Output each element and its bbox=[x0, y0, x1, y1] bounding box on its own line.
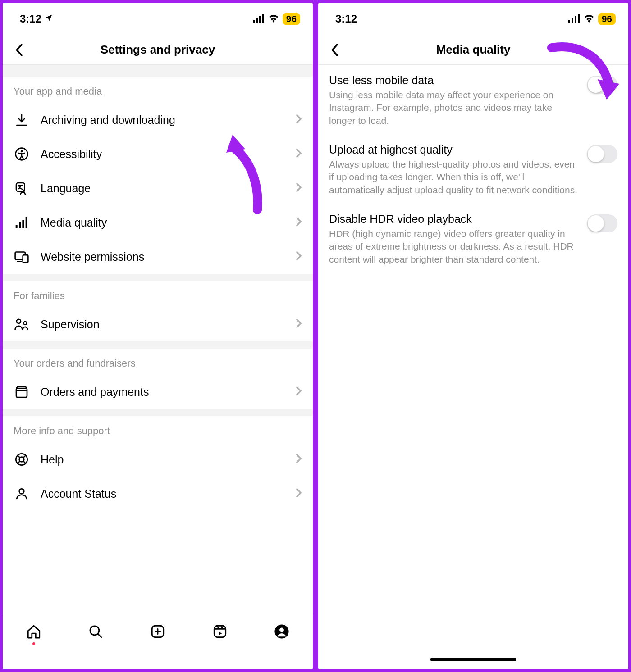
wifi-icon bbox=[268, 13, 279, 25]
location-icon bbox=[44, 13, 53, 25]
wifi-icon bbox=[584, 13, 594, 25]
status-time: 3:12 bbox=[20, 13, 41, 25]
toggle-use-less-data[interactable] bbox=[587, 76, 617, 94]
download-icon bbox=[14, 112, 30, 128]
tab-home[interactable] bbox=[23, 621, 45, 642]
toggle-title: Use less mobile data bbox=[329, 74, 579, 87]
cellular-icon bbox=[568, 13, 580, 25]
settings-content: Your app and media Archiving and downloa… bbox=[3, 65, 313, 613]
row-orders[interactable]: Orders and payments bbox=[3, 375, 313, 409]
section-header-families: For families bbox=[3, 281, 313, 307]
status-bar: 3:12 96 bbox=[3, 3, 313, 35]
tab-search[interactable] bbox=[85, 621, 106, 642]
nav-header: Media quality bbox=[318, 35, 628, 65]
section-header-app-media: Your app and media bbox=[3, 77, 313, 103]
svg-point-14 bbox=[17, 319, 21, 323]
cellular-bars-icon bbox=[14, 214, 30, 231]
battery-badge: 96 bbox=[598, 13, 616, 25]
chevron-right-icon bbox=[296, 114, 302, 126]
nav-header: Settings and privacy bbox=[3, 35, 313, 65]
toggle-row-upload-highest: Upload at highest quality Always upload … bbox=[318, 134, 628, 204]
status-time: 3:12 bbox=[335, 13, 357, 25]
svg-rect-8 bbox=[19, 222, 21, 228]
devices-icon bbox=[14, 249, 30, 265]
chevron-right-icon bbox=[296, 386, 302, 398]
svg-point-30 bbox=[279, 627, 284, 632]
svg-point-18 bbox=[19, 457, 24, 462]
chevron-right-icon bbox=[296, 217, 302, 228]
svg-rect-2 bbox=[259, 16, 261, 23]
row-accessibility[interactable]: Accessibility bbox=[3, 137, 313, 171]
toggle-title: Disable HDR video playback bbox=[329, 213, 579, 226]
chevron-right-icon bbox=[296, 251, 302, 263]
svg-rect-31 bbox=[568, 20, 570, 23]
svg-rect-25 bbox=[214, 626, 226, 637]
back-button[interactable] bbox=[11, 42, 27, 58]
status-bar: 3:12 96 bbox=[318, 3, 628, 35]
svg-rect-32 bbox=[572, 18, 573, 23]
toggle-row-use-less-data: Use less mobile data Using less mobile d… bbox=[318, 65, 628, 134]
svg-point-5 bbox=[21, 150, 23, 153]
supervision-icon bbox=[14, 316, 30, 332]
toggle-row-disable-hdr: Disable HDR video playback HDR (high dyn… bbox=[318, 204, 628, 273]
language-icon bbox=[14, 180, 30, 196]
help-icon bbox=[14, 451, 30, 468]
section-header-orders: Your orders and fundraisers bbox=[3, 349, 313, 375]
tab-create[interactable] bbox=[147, 621, 169, 642]
svg-rect-0 bbox=[253, 20, 255, 23]
toggle-title: Upload at highest quality bbox=[329, 143, 579, 156]
chevron-right-icon bbox=[296, 488, 302, 499]
cellular-icon bbox=[253, 13, 265, 25]
chevron-right-icon bbox=[296, 182, 302, 194]
home-indicator-area bbox=[318, 649, 628, 669]
svg-rect-16 bbox=[16, 388, 27, 397]
row-label: Help bbox=[41, 453, 285, 466]
svg-line-21 bbox=[98, 634, 101, 637]
row-supervision[interactable]: Supervision bbox=[3, 307, 313, 341]
home-indicator[interactable] bbox=[430, 658, 516, 661]
row-label: Website permissions bbox=[41, 250, 285, 263]
row-label: Archiving and downloading bbox=[41, 114, 285, 127]
accessibility-icon bbox=[14, 146, 30, 162]
row-language[interactable]: Language bbox=[3, 171, 313, 205]
chevron-right-icon bbox=[296, 318, 302, 330]
toggle-desc: HDR (high dynamic range) video offers gr… bbox=[329, 227, 579, 266]
back-button[interactable] bbox=[326, 42, 343, 58]
row-archiving[interactable]: Archiving and downloading bbox=[3, 103, 313, 137]
row-label: Account Status bbox=[41, 487, 285, 500]
row-website-permissions[interactable]: Website permissions bbox=[3, 240, 313, 274]
row-label: Orders and payments bbox=[41, 386, 285, 399]
phone-right-media-quality: 3:12 96 Media quality Use less mobile da… bbox=[318, 3, 628, 669]
svg-point-15 bbox=[23, 322, 27, 325]
row-label: Accessibility bbox=[41, 148, 285, 161]
svg-rect-12 bbox=[23, 255, 28, 263]
chevron-right-icon bbox=[296, 148, 302, 160]
svg-rect-7 bbox=[16, 225, 18, 228]
toggle-desc: Using less mobile data may affect your e… bbox=[329, 89, 579, 127]
row-label: Media quality bbox=[41, 216, 285, 229]
row-media-quality[interactable]: Media quality bbox=[3, 205, 313, 240]
tab-reels[interactable] bbox=[209, 621, 231, 642]
row-help[interactable]: Help bbox=[3, 442, 313, 477]
row-label: Language bbox=[41, 182, 285, 195]
orders-icon bbox=[14, 384, 30, 400]
person-icon bbox=[14, 486, 30, 502]
svg-rect-10 bbox=[26, 217, 27, 228]
toggle-desc: Always upload the highest-quality photos… bbox=[329, 158, 579, 196]
row-label: Supervision bbox=[41, 318, 285, 331]
phone-left-settings: 3:12 96 Settings and privacy Your app an… bbox=[3, 3, 313, 669]
svg-rect-34 bbox=[578, 14, 580, 23]
toggle-upload-highest[interactable] bbox=[587, 145, 617, 163]
page-title: Settings and privacy bbox=[101, 43, 215, 57]
svg-rect-9 bbox=[22, 220, 24, 228]
section-header-support: More info and support bbox=[3, 416, 313, 442]
chevron-right-icon bbox=[296, 454, 302, 465]
svg-point-19 bbox=[19, 489, 24, 494]
toggle-disable-hdr[interactable] bbox=[587, 214, 617, 232]
svg-rect-33 bbox=[575, 16, 576, 23]
battery-badge: 96 bbox=[283, 13, 300, 25]
tab-profile[interactable] bbox=[271, 621, 293, 642]
row-account-status[interactable]: Account Status bbox=[3, 477, 313, 511]
svg-rect-3 bbox=[262, 14, 264, 23]
svg-rect-1 bbox=[256, 18, 258, 23]
